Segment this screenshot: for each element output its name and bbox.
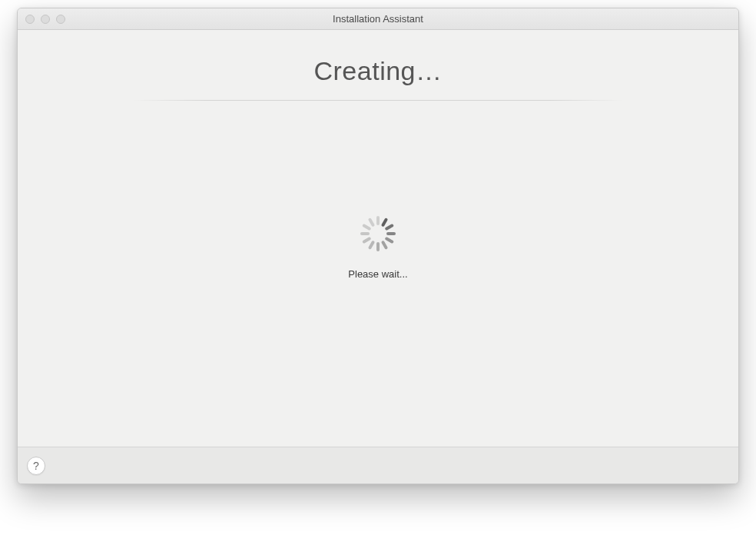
- spinner-blade: [381, 241, 388, 250]
- progress-area: Please wait...: [348, 216, 407, 280]
- window-controls: [18, 15, 65, 24]
- zoom-icon[interactable]: [56, 15, 65, 24]
- divider: [132, 100, 624, 101]
- minimize-icon[interactable]: [41, 15, 50, 24]
- status-text: Please wait...: [348, 268, 407, 280]
- installer-window: Installation Assistant Creating… Please …: [17, 8, 739, 484]
- help-button[interactable]: ?: [27, 457, 45, 475]
- footer: ?: [18, 447, 738, 483]
- spinner-blade: [376, 216, 380, 225]
- spinner-blade: [368, 218, 375, 227]
- spinner-blade: [386, 232, 396, 235]
- spinner-icon: [360, 216, 396, 251]
- spinner-blade: [385, 237, 394, 244]
- page-title: Creating…: [313, 56, 442, 86]
- spinner-blade: [360, 232, 370, 235]
- spinner-blade: [362, 224, 371, 231]
- window-title: Installation Assistant: [18, 13, 738, 25]
- help-icon: ?: [33, 460, 39, 472]
- content-area: Creating… Please wait...: [18, 30, 738, 447]
- spinner-blade: [376, 242, 380, 251]
- spinner-blade: [385, 224, 394, 231]
- spinner-blade: [368, 241, 375, 250]
- close-icon[interactable]: [25, 15, 35, 24]
- titlebar: Installation Assistant: [18, 8, 738, 30]
